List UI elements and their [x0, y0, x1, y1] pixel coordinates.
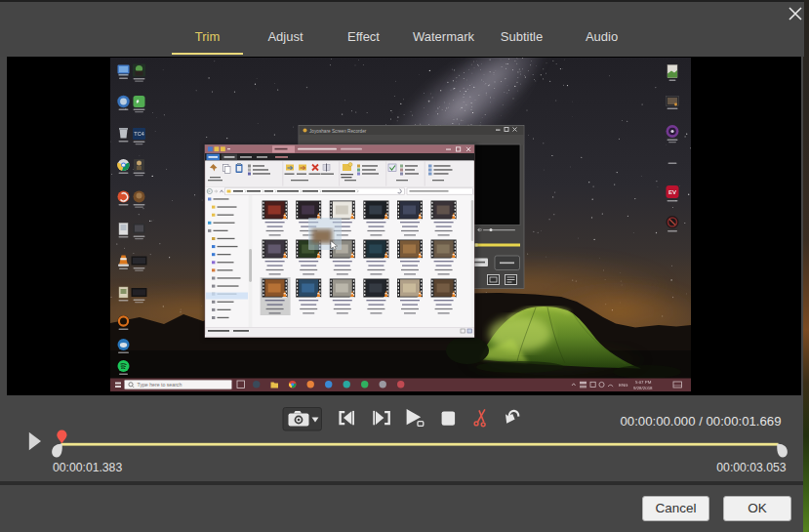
- svg-text:ENG: ENG: [619, 382, 628, 387]
- svg-text:TC4: TC4: [134, 131, 143, 137]
- svg-text:5:07 PM: 5:07 PM: [635, 380, 652, 385]
- svg-text:00:00:01.383: 00:00:01.383: [53, 461, 122, 474]
- svg-text:9/28/2018: 9/28/2018: [633, 385, 653, 389]
- svg-text:00:00:03.053: 00:00:03.053: [716, 461, 786, 474]
- svg-text:EV: EV: [668, 188, 676, 194]
- svg-text:Joyoshare Screen Recorder: Joyoshare Screen Recorder: [309, 128, 367, 133]
- svg-text:Type here to search: Type here to search: [138, 382, 182, 388]
- svg-text:00:00:00.000 / 00:00:01.669: 00:00:00.000 / 00:00:01.669: [621, 414, 782, 429]
